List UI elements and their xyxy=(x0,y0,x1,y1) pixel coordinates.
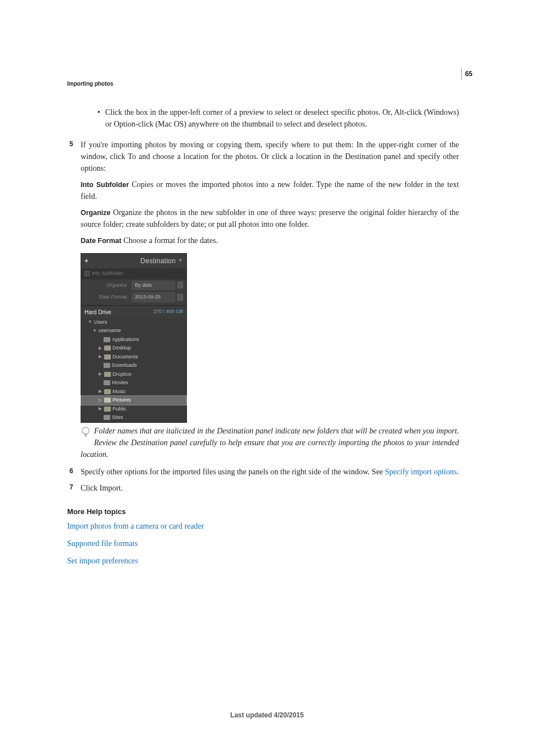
def-text: Organize the photos in the new subfolder… xyxy=(81,208,459,228)
folder-name: username xyxy=(99,327,121,335)
into-subfolder-label: Into Subfolder xyxy=(92,270,123,278)
more-help-heading: More Help topics xyxy=(67,506,459,517)
folder-name: Dropbox xyxy=(113,371,132,379)
folder-name: Movies xyxy=(112,379,128,387)
folder-name: Music xyxy=(113,388,126,396)
folder-icon xyxy=(104,337,110,342)
definition-organize: Organize Organize the photos in the new … xyxy=(81,207,459,230)
tip-text: Folder names that are italicized in the … xyxy=(81,427,459,459)
step-text-b: . xyxy=(457,468,459,476)
drive-size: 270 / 465 GB xyxy=(153,308,183,316)
def-text: Copies or moves the imported photos into… xyxy=(81,180,459,200)
organize-value: By date xyxy=(132,281,175,291)
def-text: Choose a format for the dates. xyxy=(121,236,218,245)
folder-icon xyxy=(104,415,110,420)
page-footer: Last updated 4/20/2015 xyxy=(0,710,534,720)
organize-row: Organize By date xyxy=(81,279,186,292)
dropdown-icon xyxy=(177,294,183,301)
panel-header: + Destination ▼ xyxy=(81,254,186,268)
tree-documents: ▶Documents xyxy=(81,353,186,362)
checkbox-icon xyxy=(85,271,90,276)
folder-icon xyxy=(104,363,110,368)
svg-point-0 xyxy=(82,427,89,434)
tree-users: ▼Users xyxy=(81,318,186,327)
organize-label: Organize xyxy=(85,282,129,290)
link-set-import-prefs[interactable]: Set import preferences xyxy=(67,555,459,567)
date-format-label: Date Format xyxy=(85,293,129,301)
svg-rect-1 xyxy=(85,434,87,436)
folder-icon xyxy=(104,380,110,385)
def-label: Into Subfolder xyxy=(81,181,129,189)
def-label: Date Format xyxy=(81,237,121,245)
tree-music: ▶Music xyxy=(81,388,186,396)
tree-downloads: Downloads xyxy=(81,361,186,370)
into-subfolder-row: Into Subfolder xyxy=(81,268,186,279)
folder-name: Applications xyxy=(112,336,139,344)
tree-movies: Movies xyxy=(81,379,186,388)
tree-applications: Applications xyxy=(81,335,186,344)
divider xyxy=(81,305,186,306)
folder-icon xyxy=(104,346,111,351)
folder-name: Downloads xyxy=(112,362,137,370)
folder-icon xyxy=(104,372,111,377)
step-text: Click Import. xyxy=(81,484,123,492)
link-specify-import-options[interactable]: Specify import options xyxy=(385,468,457,476)
link-supported-formats[interactable]: Supported file formats xyxy=(67,538,459,549)
destination-panel-screenshot: + Destination ▼ Into Subfolder Organize … xyxy=(81,253,187,423)
step-number: 5 xyxy=(69,139,73,149)
dropdown-icon xyxy=(177,282,183,288)
bullet-item: Click the box in the upper-left corner o… xyxy=(97,106,459,130)
page-number: 65 xyxy=(461,68,472,80)
folder-icon xyxy=(104,389,111,394)
step-text-a: Specify other options for the imported f… xyxy=(81,468,385,476)
plus-icon: + xyxy=(85,256,88,266)
folder-icon xyxy=(104,407,111,412)
step-text: If you're importing photos by moving or … xyxy=(81,141,459,172)
folder-name: Documents xyxy=(113,353,138,361)
date-format-row: Date Format 2013-09-25 xyxy=(81,291,186,304)
step-6: 6 Specify other options for the imported… xyxy=(67,466,459,478)
tree-dropbox: ▶Dropbox xyxy=(81,370,186,379)
step-number: 6 xyxy=(69,466,73,476)
link-import-camera[interactable]: Import photos from a camera or card read… xyxy=(67,520,459,532)
date-format-value: 2013-09-25 xyxy=(132,292,175,302)
panel-title: Destination xyxy=(140,256,176,266)
drive-name: Hard Drive xyxy=(85,308,111,316)
tree-desktop: ▶Desktop xyxy=(81,344,186,353)
folder-icon xyxy=(104,398,111,403)
page-content: Click the box in the upper-left corner o… xyxy=(67,106,459,572)
tree-pictures: ▷Pictures xyxy=(81,396,186,405)
folder-name: Desktop xyxy=(113,344,131,352)
lightbulb-icon xyxy=(81,426,91,442)
step-5: 5 If you're importing photos by moving o… xyxy=(67,139,459,174)
folder-name: Users xyxy=(94,319,107,326)
tree-username: ▼username xyxy=(81,326,186,335)
def-label: Organize xyxy=(81,209,111,217)
step-7: 7 Click Import. xyxy=(67,482,459,494)
folder-icon xyxy=(104,354,111,360)
drive-row: Hard Drive 270 / 465 GB xyxy=(81,306,186,318)
step-number: 7 xyxy=(69,482,73,492)
folder-name: Public xyxy=(113,405,127,413)
folder-name: Pictures xyxy=(113,396,131,404)
chevron-down-icon: ▼ xyxy=(178,257,183,265)
section-header: Importing photos xyxy=(67,80,113,88)
tree-public: ▶Public xyxy=(81,405,186,414)
definition-into-subfolder: Into Subfolder Copies or moves the impor… xyxy=(81,179,459,202)
tip-note: Folder names that are italicized in the … xyxy=(81,425,459,460)
folder-tree: ▼Users ▼username Applications ▶Desktop ▶… xyxy=(81,318,186,422)
folder-name: Sites xyxy=(112,414,123,422)
tree-sites: Sites xyxy=(81,413,186,422)
definition-date-format: Date Format Choose a format for the date… xyxy=(81,235,459,246)
